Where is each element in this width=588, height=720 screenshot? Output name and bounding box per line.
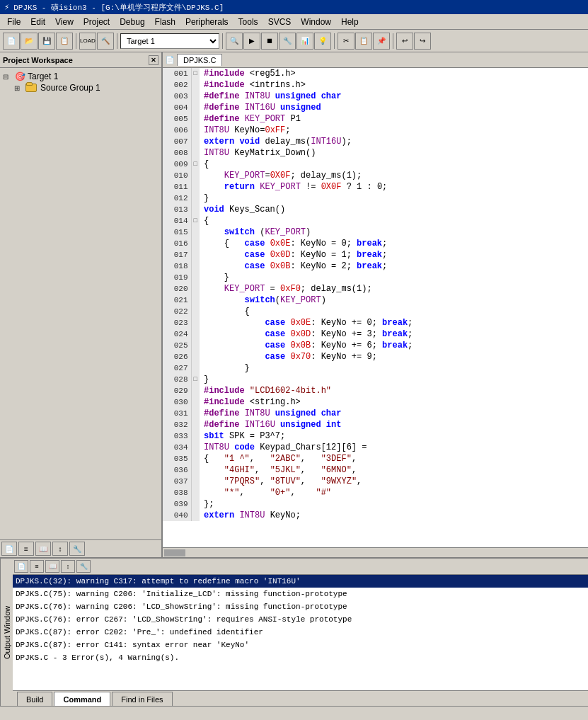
save-file-button[interactable]: 💾 <box>38 33 55 50</box>
hscroll-thumb[interactable] <box>164 549 185 556</box>
menu-flash[interactable]: Flash <box>151 16 180 28</box>
load-button[interactable]: LOAD <box>79 33 96 50</box>
source-group-label: Source Group 1 <box>40 83 100 93</box>
table-row: 026 case 0x70: KeyNo += 9; <box>163 351 588 362</box>
table-row: 017 case 0x0D: KeyNo = 1; break; <box>163 249 588 261</box>
tree-expander-group: ⊞ <box>14 84 25 92</box>
table-row: 036 "4GHI", "5JKL", "6MNO", <box>163 464 588 476</box>
debug-btn-2[interactable]: ▶ <box>243 33 260 50</box>
title-bar: ⚡ DPJKS - 磺ision3 - [G:\单机学习程序文件\DPJKS.C… <box>0 0 588 14</box>
sidebar-btn-2[interactable]: ≡ <box>18 542 34 556</box>
table-row: 033 sbit SPK = P3^7; <box>163 430 588 442</box>
sidebar-btn-3[interactable]: 📖 <box>35 542 51 556</box>
table-row: 021 switch(KEY_PORT) <box>163 295 588 306</box>
code-file-tab[interactable]: DPJKS.C <box>177 54 222 66</box>
debug-btn-6[interactable]: 💡 <box>314 33 331 50</box>
tree-item-source-group[interactable]: ⊞ Source Group 1 <box>3 82 158 93</box>
nav-buttons: ↩ ↪ <box>396 33 431 50</box>
table-row: 009□{ <box>163 159 588 170</box>
sidebar-btn-1[interactable]: 📄 <box>1 542 17 556</box>
menu-window[interactable]: Window <box>296 16 335 28</box>
table-row: 039 }; <box>163 498 588 510</box>
menu-tools[interactable]: Tools <box>234 16 263 28</box>
debug-btn-1[interactable]: 🔍 <box>226 33 243 50</box>
copy-button[interactable]: 📋 <box>355 33 372 50</box>
table-row: 020 KEY_PORT = 0xF0; delay_ms(1); <box>163 283 588 295</box>
output-line[interactable]: DPJKS.C(76): error C267: 'LCD_ShowString… <box>13 613 588 626</box>
menu-project[interactable]: Project <box>79 16 114 28</box>
code-content[interactable]: 001□#include <reg51.h>002 #include <intr… <box>163 68 588 547</box>
separator-3 <box>222 33 223 49</box>
paste-button[interactable]: 📌 <box>373 33 390 50</box>
output-line[interactable]: DPJKS.C(87): error C141: syntax error ne… <box>13 639 588 651</box>
sidebar-toolbar: 📄 ≡ 📖 ↕ 🔧 <box>0 539 161 557</box>
menu-svcs[interactable]: SVCS <box>264 16 296 28</box>
project-workspace-label: Project Workspace <box>3 56 73 64</box>
table-row: 015 switch (KEY_PORT) <box>163 227 588 238</box>
open-file-button[interactable]: 📂 <box>21 33 38 50</box>
output-line[interactable]: DPJKS.C(76): warning C206: 'LCD_ShowStri… <box>13 600 588 613</box>
sidebar-header: Project Workspace ✕ <box>0 52 161 68</box>
menu-edit[interactable]: Edit <box>26 16 50 28</box>
table-row: 011 return KEY_PORT != 0X0F ? 1 : 0; <box>163 181 588 193</box>
folder-icon <box>25 83 37 93</box>
output-line[interactable]: DPJKS.C(87): error C202: 'Pre_': undefin… <box>13 626 588 639</box>
table-row: 022 { <box>163 306 588 317</box>
output-btn-1[interactable]: 📄 <box>14 560 28 573</box>
output-line[interactable]: DPJKS.C(75): warning C206: 'Initialize_L… <box>13 588 588 600</box>
output-btn-5[interactable]: 🔧 <box>76 560 91 573</box>
menu-peripherals[interactable]: Peripherals <box>181 16 233 28</box>
debug-btn-5[interactable]: 📊 <box>296 33 313 50</box>
table-row: 014□{ <box>163 215 588 227</box>
table-row: 029 #include "LCD1602-4bit.h" <box>163 385 588 396</box>
table-row: 038 "*", "0+", "#" <box>163 487 588 498</box>
debug-btn-3[interactable]: ⏹ <box>261 33 278 50</box>
menu-help[interactable]: Help <box>337 16 363 28</box>
table-row: 032 #define INT16U unsigned int <box>163 419 588 430</box>
new-file-button[interactable]: 📄 <box>3 33 20 50</box>
output-btn-2[interactable]: ≡ <box>30 560 44 573</box>
output-line[interactable]: DPJKS.C - 3 Error(s), 4 Warning(s). <box>13 651 588 664</box>
target-icon: 🎯 <box>14 72 25 81</box>
cut-button[interactable]: ✂ <box>338 33 354 50</box>
translate-button[interactable]: 🔨 <box>97 33 114 50</box>
separator-1 <box>76 33 76 49</box>
undo-button[interactable]: ↩ <box>396 33 413 50</box>
table-row: 013 void Keys_Scan() <box>163 204 588 215</box>
menu-view[interactable]: View <box>51 16 78 28</box>
table-row: 019 } <box>163 272 588 283</box>
save-all-button[interactable]: 📋 <box>56 33 73 50</box>
app-icon: ⚡ <box>4 2 9 13</box>
separator-4 <box>334 33 335 49</box>
output-btn-4[interactable]: ↕ <box>61 560 75 573</box>
table-row: 008 INT8U KeyMatrix_Down() <box>163 147 588 159</box>
debug-btn-4[interactable]: 🔧 <box>279 33 296 50</box>
title-text: DPJKS - 磺ision3 - [G:\单机学习程序文件\DPJKS.C] <box>13 2 224 13</box>
table-row: 010 KEY_PORT=0X0F; delay_ms(1); <box>163 170 588 181</box>
debug-buttons: 🔍 ▶ ⏹ 🔧 📊 💡 <box>226 33 331 50</box>
sidebar-btn-5[interactable]: 🔧 <box>69 542 85 556</box>
redo-button[interactable]: ↪ <box>414 33 431 50</box>
separator-5 <box>393 33 393 49</box>
hscroll-bar[interactable] <box>163 547 588 557</box>
sidebar-close-button[interactable]: ✕ <box>149 55 158 65</box>
table-row: 025 case 0x0B: KeyNo += 6; break; <box>163 340 588 351</box>
target-select[interactable]: Target 1 <box>120 33 219 49</box>
tree-item-target[interactable]: ⊟ 🎯 Target 1 <box>3 71 158 82</box>
table-row: 006 INT8U KeyNo=0xFF; <box>163 125 588 136</box>
output-content[interactable]: DPJKS.C(32): warning C317: attempt to re… <box>13 575 588 690</box>
target-label: Target 1 <box>28 72 58 81</box>
toolbar: 📄 📂 💾 📋 LOAD 🔨 Target 1 🔍 ▶ ⏹ 🔧 📊 💡 ✂ 📋 … <box>0 30 588 52</box>
status-bar <box>0 706 588 720</box>
menu-file[interactable]: File <box>3 16 25 28</box>
output-line[interactable]: DPJKS.C(32): warning C317: attempt to re… <box>13 575 588 588</box>
edit-buttons: ✂ 📋 📌 <box>338 33 390 50</box>
output-btn-3[interactable]: 📖 <box>45 560 59 573</box>
tab-build[interactable]: Build <box>17 692 52 706</box>
tab-find-in-files[interactable]: Find in Files <box>112 692 172 706</box>
tab-command[interactable]: Command <box>54 692 110 706</box>
sidebar-btn-4[interactable]: ↕ <box>52 542 68 556</box>
table-row: 023 case 0x0E: KeyNo += 0; break; <box>163 317 588 328</box>
menu-debug[interactable]: Debug <box>115 16 149 28</box>
output-window-label: Output Window <box>0 559 13 706</box>
